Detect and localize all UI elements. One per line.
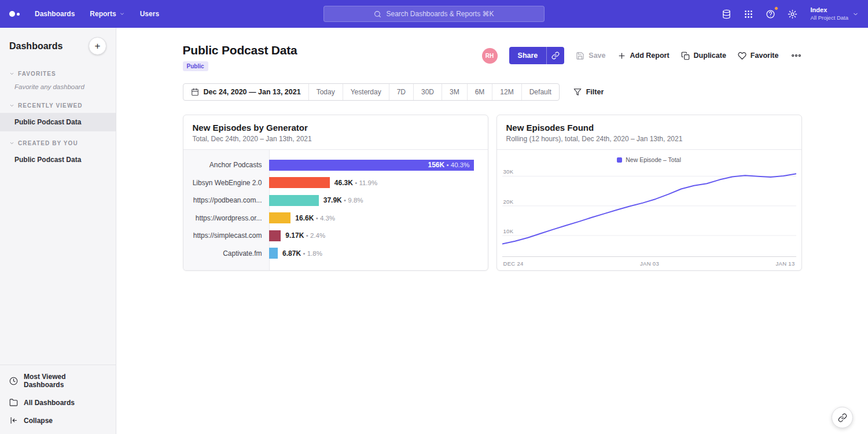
logo-dot xyxy=(9,11,15,17)
add-report-label: Add Report xyxy=(630,52,670,60)
bar-value-label: 156K • 40.3% xyxy=(428,161,475,169)
ellipsis-icon xyxy=(790,50,802,61)
page-title: Public Podcast Data xyxy=(183,43,297,57)
bar[interactable] xyxy=(269,195,319,206)
bar-track: 6.87K • 1.8% xyxy=(269,248,480,259)
collapse-sidebar[interactable]: Collapse xyxy=(0,411,116,429)
section-label: FAVORITES xyxy=(18,71,56,77)
line-chart-card: New Episodes Found Rolling (12 hours), t… xyxy=(496,115,802,271)
nav-label: Reports xyxy=(90,10,116,18)
preset-7d[interactable]: 7D xyxy=(389,84,413,100)
save-label: Save xyxy=(589,52,605,60)
data-button[interactable] xyxy=(718,5,735,23)
bar-row[interactable]: Anchor Podcasts156K • 40.3% xyxy=(183,156,480,174)
filter-label: Filter xyxy=(586,88,604,96)
all-dashboards[interactable]: All Dashboards xyxy=(0,393,116,411)
calendar-icon xyxy=(191,88,199,96)
nav-users[interactable]: Users xyxy=(140,10,159,18)
preset-12m[interactable]: 12M xyxy=(492,84,521,100)
link-icon xyxy=(838,413,847,422)
help-button[interactable] xyxy=(762,5,779,23)
top-nav: Dashboards Reports Users Search Dashboar… xyxy=(0,0,868,28)
x-axis-labels: DEC 24JAN 03JAN 13 xyxy=(502,257,796,267)
new-dashboard-button[interactable]: + xyxy=(89,37,106,55)
chart-subtitle: Rolling (12 hours), total, Dec 24th, 202… xyxy=(506,135,792,143)
date-range-control: Dec 24, 2020 — Jan 13, 2021 Today Yester… xyxy=(183,83,560,101)
preset-3m[interactable]: 3M xyxy=(442,84,467,100)
settings-button[interactable] xyxy=(784,5,801,23)
collapse-icon xyxy=(9,416,18,425)
add-report-button[interactable]: Add Report xyxy=(617,52,670,60)
apps-button[interactable] xyxy=(740,5,757,23)
project-picker[interactable]: Index All Project Data xyxy=(811,6,859,21)
bar-value-label: 46.3K • 11.9% xyxy=(334,179,377,187)
bar-row[interactable]: https://podbean.com...37.9K • 9.8% xyxy=(183,192,480,209)
link-icon xyxy=(551,52,560,60)
clock-icon xyxy=(9,377,18,385)
footer-label: Most Viewed Dashboards xyxy=(24,373,106,389)
bar-category-label: https://wordpress.or... xyxy=(183,214,269,222)
visibility-badge: Public xyxy=(183,61,208,71)
funnel-icon xyxy=(573,88,582,96)
date-range-button[interactable]: Dec 24, 2020 — Jan 13, 2021 xyxy=(183,84,308,100)
heart-icon xyxy=(738,52,746,60)
bar[interactable] xyxy=(269,230,281,241)
bar-category-label: Captivate.fm xyxy=(183,249,269,258)
nav-reports[interactable]: Reports xyxy=(90,10,124,18)
preset-default[interactable]: Default xyxy=(521,84,559,100)
x-axis-tick: DEC 24 xyxy=(503,260,524,267)
sidebar-title: Dashboards xyxy=(9,41,62,52)
more-options-button[interactable] xyxy=(790,50,802,61)
chevron-down-icon xyxy=(9,141,14,146)
legend-label: New Episode – Total xyxy=(626,156,681,163)
search-input[interactable]: Search Dashboards & Reports ⌘K xyxy=(323,6,545,22)
bar-track: 156K • 40.3% xyxy=(269,160,480,171)
favorite-button[interactable]: Favorite xyxy=(738,52,779,60)
bar-row[interactable]: https://simplecast.com9.17K • 2.4% xyxy=(183,227,480,245)
bar[interactable] xyxy=(269,212,291,223)
bar-row[interactable]: Captivate.fm6.87K • 1.8% xyxy=(183,245,480,263)
bar-category-label: https://simplecast.com xyxy=(183,231,269,240)
preset-today[interactable]: Today xyxy=(308,84,343,100)
bar-row[interactable]: https://wordpress.or...16.6K • 4.3% xyxy=(183,209,480,227)
avatar[interactable]: RH xyxy=(482,48,498,64)
date-range-label: Dec 24, 2020 — Jan 13, 2021 xyxy=(204,88,301,96)
amplitude-logo[interactable] xyxy=(9,11,20,17)
bar[interactable] xyxy=(269,177,330,188)
apps-grid-icon xyxy=(744,9,753,19)
bar-track: 16.6K • 4.3% xyxy=(269,212,480,223)
preset-yesterday[interactable]: Yesterday xyxy=(343,84,389,100)
share-link-fab[interactable] xyxy=(832,407,853,428)
bar-chart-card: New Episodes by Generator Total, Dec 24t… xyxy=(183,115,488,271)
filter-button[interactable]: Filter xyxy=(573,88,604,96)
help-icon xyxy=(766,9,775,19)
y-axis-tick: 10K xyxy=(503,228,514,234)
sidebar-item-public-podcast-data[interactable]: Public Podcast Data xyxy=(0,113,116,131)
preset-30d[interactable]: 30D xyxy=(413,84,442,100)
section-favorites[interactable]: FAVORITES xyxy=(0,67,116,81)
copy-link-button[interactable] xyxy=(546,47,564,64)
share-button[interactable]: Share xyxy=(509,47,547,64)
folder-icon xyxy=(9,398,18,407)
section-created-by-you[interactable]: CREATED BY YOU xyxy=(0,136,116,150)
bar[interactable]: 156K • 40.3% xyxy=(269,160,475,171)
bar-track: 46.3K • 11.9% xyxy=(269,177,480,188)
save-icon xyxy=(576,52,584,60)
preset-6m[interactable]: 6M xyxy=(467,84,492,100)
sidebar-item-public-podcast-data[interactable]: Public Podcast Data xyxy=(0,150,116,169)
save-button[interactable]: Save xyxy=(576,52,605,60)
bar-value-label: 37.9K • 9.8% xyxy=(323,196,363,204)
chevron-down-icon xyxy=(9,103,14,108)
most-viewed-dashboards[interactable]: Most Viewed Dashboards xyxy=(0,368,116,393)
section-label: RECENTLY VIEWED xyxy=(18,102,83,109)
duplicate-button[interactable]: Duplicate xyxy=(681,52,726,60)
project-scope: All Project Data xyxy=(811,14,848,21)
bar-row[interactable]: Libsyn WebEngine 2.046.3K • 11.9% xyxy=(183,174,480,192)
nav-dashboards[interactable]: Dashboards xyxy=(35,10,75,18)
bar[interactable] xyxy=(269,248,278,259)
database-icon xyxy=(722,9,731,19)
gear-icon xyxy=(788,9,797,19)
line-chart: 30K20K10K xyxy=(502,167,796,257)
bar-track: 37.9K • 9.8% xyxy=(269,195,480,206)
section-recently-viewed[interactable]: RECENTLY VIEWED xyxy=(0,98,116,113)
